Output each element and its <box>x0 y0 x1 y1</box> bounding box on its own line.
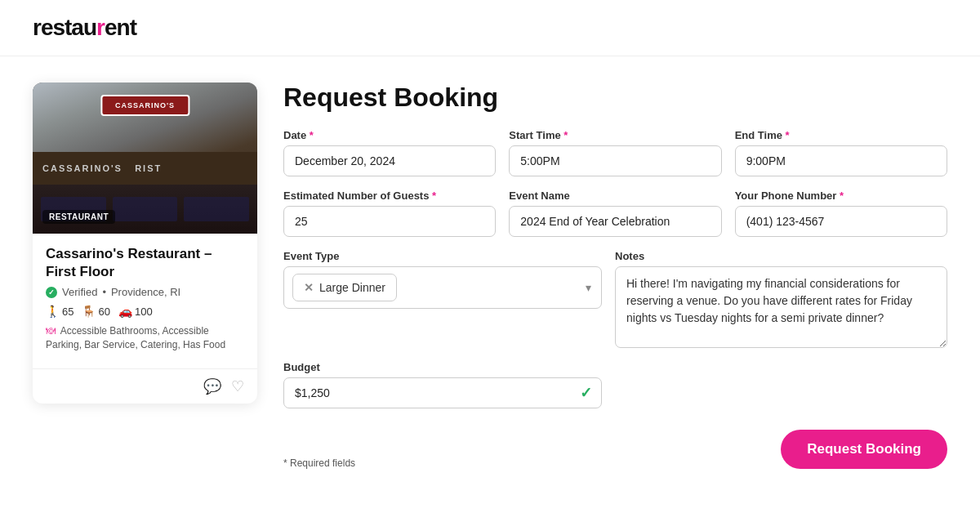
budget-input[interactable] <box>283 377 602 408</box>
end-time-input[interactable] <box>735 145 947 176</box>
guests-group: Estimated Number of Guests * <box>283 190 496 237</box>
stat-seated: 🪑 60 <box>82 305 109 318</box>
verified-label: Verified <box>62 286 97 298</box>
logo-text-1: restau <box>33 15 96 40</box>
heart-icon[interactable]: ♡ <box>231 377 244 395</box>
venue-name: Cassarino's Restaurant – First Floor <box>46 245 244 281</box>
booking-form: Request Booking Date * Start Time * <box>283 83 947 469</box>
remove-tag-icon[interactable]: ✕ <box>304 281 314 294</box>
standing-icon: 🚶 <box>46 305 60 318</box>
seated-count: 60 <box>98 306 109 318</box>
event-type-tag[interactable]: ✕ Large Dinner <box>292 274 397 301</box>
venue-location: Providence, RI <box>111 286 180 298</box>
event-type-label: Event Type <box>283 250 602 262</box>
event-type-selector[interactable]: ✕ Large Dinner <box>283 266 602 309</box>
venue-image: CASSARINO'S CASSARINO'S RIST RESTAURANT <box>33 83 257 234</box>
notes-textarea[interactable]: Hi there! I'm navigating my financial co… <box>615 266 947 348</box>
header: restau r ent <box>0 0 980 56</box>
phone-input[interactable] <box>735 206 947 237</box>
reception-count: 100 <box>135 306 153 318</box>
amenities-text: Accessible Bathrooms, Accessible Parking… <box>46 325 225 350</box>
stat-reception: 🚗 100 <box>118 305 153 318</box>
stat-standing: 🚶 65 <box>46 305 74 318</box>
request-booking-button[interactable]: Request Booking <box>781 430 947 469</box>
page-title: Request Booking <box>283 83 947 113</box>
venue-verified-row: Verified • Providence, RI <box>46 286 244 298</box>
event-type-group: Event Type ✕ Large Dinner <box>283 250 602 309</box>
venue-card-footer: 💬 ♡ <box>33 368 257 404</box>
form-row-1: Date * Start Time * End Time * <box>283 129 947 176</box>
event-name-group: Event Name <box>509 190 721 237</box>
phone-required: * <box>840 190 844 202</box>
start-time-label: Start Time * <box>509 129 721 141</box>
budget-check-icon: ✓ <box>580 384 592 402</box>
logo-accent-r: r <box>96 15 105 40</box>
start-required: * <box>564 129 568 141</box>
venue-amenities: 🍽 Accessible Bathrooms, Accessible Parki… <box>46 324 244 352</box>
venue-card: CASSARINO'S CASSARINO'S RIST RESTAURANT … <box>33 83 257 404</box>
end-time-label: End Time * <box>735 129 947 141</box>
form-row-2: Estimated Number of Guests * Event Name … <box>283 190 947 237</box>
guests-label: Estimated Number of Guests * <box>283 190 496 202</box>
end-required: * <box>786 129 790 141</box>
date-group: Date * <box>283 129 496 176</box>
event-type-tag-label: Large Dinner <box>319 281 385 294</box>
date-required: * <box>310 129 314 141</box>
comment-icon[interactable]: 💬 <box>203 377 221 395</box>
venue-stats-row: 🚶 65 🪑 60 🚗 100 <box>46 305 244 318</box>
form-row-4: Budget ✓ <box>283 361 602 408</box>
notes-label: Notes <box>615 250 947 262</box>
event-name-label: Event Name <box>509 190 721 202</box>
start-time-group: Start Time * <box>509 129 721 176</box>
start-time-input[interactable] <box>509 145 721 176</box>
seated-icon: 🪑 <box>82 305 96 318</box>
page-wrapper: restau r ent CASSARINO'S CAS <box>0 0 980 513</box>
car-icon: 🚗 <box>118 305 132 318</box>
budget-label: Budget <box>283 361 602 373</box>
main-content: CASSARINO'S CASSARINO'S RIST RESTAURANT … <box>0 56 980 495</box>
event-name-input[interactable] <box>509 206 721 237</box>
guests-required: * <box>432 190 436 202</box>
date-label: Date * <box>283 129 496 141</box>
budget-input-wrapper: ✓ <box>283 377 602 408</box>
logo: restau r ent <box>33 15 947 41</box>
dot-separator: • <box>102 286 106 298</box>
standing-count: 65 <box>62 306 74 318</box>
venue-type-badge: RESTAURANT <box>42 210 115 224</box>
verified-icon <box>46 287 57 298</box>
end-time-group: End Time * <box>735 129 947 176</box>
form-row-3: Event Type ✕ Large Dinner Notes Hi there… <box>283 250 947 348</box>
budget-group: Budget ✓ <box>283 361 602 408</box>
venue-card-body: Cassarino's Restaurant – First Floor Ver… <box>33 234 257 368</box>
guests-input[interactable] <box>283 206 496 237</box>
phone-label: Your Phone Number * <box>735 190 947 202</box>
date-input[interactable] <box>283 145 496 176</box>
required-note: * Required fields <box>283 457 355 469</box>
logo-text-2: ent <box>105 15 136 40</box>
venue-sign: CASSARINO'S <box>115 101 175 109</box>
form-bottom-row: * Required fields Request Booking <box>283 422 947 469</box>
phone-group: Your Phone Number * <box>735 190 947 237</box>
notes-group: Notes Hi there! I'm navigating my financ… <box>615 250 947 348</box>
